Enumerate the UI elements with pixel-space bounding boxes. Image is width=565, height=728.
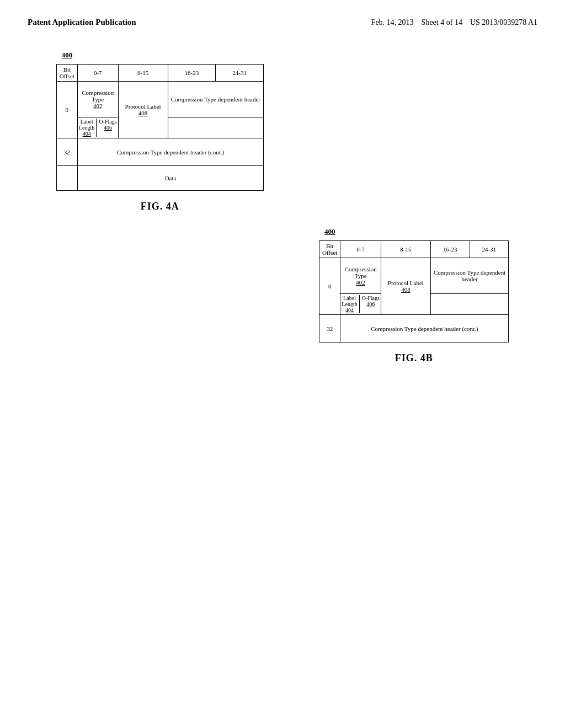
table-row: 32 Compression Type dependent header (co… bbox=[56, 138, 263, 166]
diagrams-container: 400 BitOffset 0-7 8-15 16-23 24-31 0 bbox=[22, 51, 543, 364]
compression-type-4b: CompressionType402 bbox=[340, 258, 381, 294]
fig4b-table: BitOffset 0-7 8-15 16-23 24-31 0 Compres… bbox=[319, 240, 509, 342]
col-1623-4a: 16-23 bbox=[168, 65, 216, 82]
offset-0-4b: 0 bbox=[319, 258, 340, 315]
comp-type-dep-cont-4b: Compression Type dependent header (cont.… bbox=[340, 315, 509, 342]
comp-type-dep-cont-4a: Compression Type dependent header (cont.… bbox=[78, 138, 264, 166]
pub-date: Feb. 14, 2013 bbox=[371, 18, 414, 26]
pub-number: US 2013/0039278 A1 bbox=[470, 18, 537, 26]
table-row: Data bbox=[56, 166, 263, 191]
col-815-4a: 8-15 bbox=[118, 65, 168, 82]
fig4a-table: BitOffset 0-7 8-15 16-23 24-31 0 Compres… bbox=[56, 64, 264, 191]
col-07-4b: 0-7 bbox=[340, 241, 381, 258]
comp-type-dep-header-4a: Compression Type dependent header bbox=[168, 82, 263, 117]
protocol-label-4a: Protocol Label408 bbox=[118, 82, 168, 138]
main-content: 400 BitOffset 0-7 8-15 16-23 24-31 0 bbox=[0, 29, 565, 375]
fig4a-diagram: 400 BitOffset 0-7 8-15 16-23 24-31 0 bbox=[56, 51, 264, 212]
col-815-4b: 8-15 bbox=[381, 241, 430, 258]
comp-type-dep-header-4b: Compression Type dependentheader bbox=[430, 258, 508, 294]
col-07-4a: 0-7 bbox=[78, 65, 119, 82]
offset-0-4a: 0 bbox=[56, 82, 77, 138]
sheet-info: Sheet 4 of 14 bbox=[422, 18, 462, 26]
publication-meta: Feb. 14, 2013 Sheet 4 of 14 US 2013/0039… bbox=[371, 17, 537, 29]
offset-32-4a: 32 bbox=[56, 138, 77, 166]
fig4a-label: FIG. 4A bbox=[56, 201, 264, 212]
fig4b-diagram: 400 BitOffset 0-7 8-15 16-23 24-31 0 bbox=[319, 227, 509, 364]
offset-32-4b: 32 bbox=[319, 315, 340, 342]
data-cell-4a: Data bbox=[78, 166, 264, 191]
label-length-oflags-4a: LabelLength404 O-Flags406 bbox=[78, 117, 119, 138]
diagram-ref-400b: 400 bbox=[319, 227, 335, 236]
col-2431-4b: 24-31 bbox=[470, 241, 509, 258]
fig4b-label: FIG. 4B bbox=[319, 352, 509, 364]
compression-type-4a: CompressionType402 bbox=[78, 82, 119, 117]
protocol-label-4b: Protocol Label408 bbox=[381, 258, 430, 315]
col-bit-offset-4b: BitOffset bbox=[319, 241, 340, 258]
table-row: 0 CompressionType402 Protocol Label408 C… bbox=[56, 82, 263, 117]
col-1623-4b: 16-23 bbox=[430, 241, 470, 258]
diagram-ref-400: 400 bbox=[56, 51, 73, 60]
label-length-oflags-4b: LabelLength404 O-Flags406 bbox=[340, 294, 381, 315]
publication-title: Patent Application Publication bbox=[28, 17, 136, 28]
col-2431-4a: 24-31 bbox=[216, 65, 264, 82]
col-bit-offset-4a: BitOffset bbox=[56, 65, 77, 82]
page-header: Patent Application Publication Feb. 14, … bbox=[0, 0, 565, 29]
table-row: 0 CompressionType402 Protocol Label408 C… bbox=[319, 258, 509, 294]
table-row: 32 Compression Type dependent header (co… bbox=[319, 315, 509, 342]
offset-data-4a bbox=[56, 166, 77, 191]
